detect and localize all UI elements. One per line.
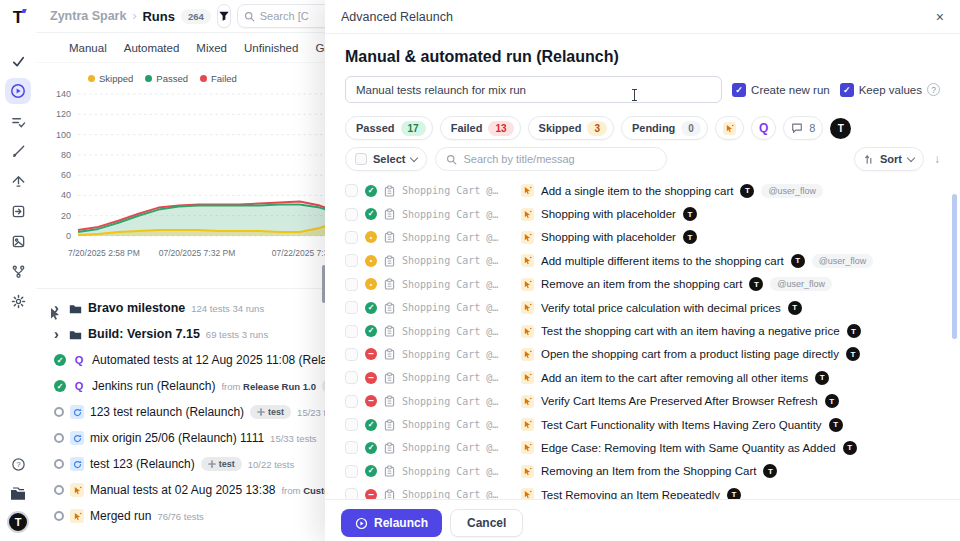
- close-icon[interactable]: ×: [936, 9, 944, 25]
- tree-title[interactable]: Merged run: [90, 509, 151, 523]
- select-checkbox[interactable]: [355, 153, 367, 165]
- keep-values-option[interactable]: ✓ Keep values ?: [840, 83, 940, 97]
- automated-filter-chip[interactable]: Q: [751, 116, 776, 140]
- test-title[interactable]: Shopping with placeholder: [541, 231, 676, 243]
- filter-chip-passed[interactable]: Passed17: [345, 116, 433, 140]
- tab-manual[interactable]: Manual: [69, 42, 107, 54]
- reports-image-icon[interactable]: [5, 228, 31, 254]
- row-checkbox[interactable]: [345, 441, 358, 454]
- tree-title[interactable]: Automated tests at 12 Aug 2025 11:08 (Re…: [92, 353, 357, 367]
- test-title[interactable]: Test Cart Functionality with Items Havin…: [541, 419, 822, 431]
- filter-chip-pending[interactable]: Pending0: [621, 116, 708, 140]
- export-box-icon[interactable]: [5, 198, 31, 224]
- test-row[interactable]: • Shopping Cart @… Add multiple differen…: [345, 249, 940, 272]
- test-row[interactable]: ✓ Shopping Cart @… Test Cart Functionali…: [345, 413, 940, 436]
- expand-chevron-icon[interactable]: ›: [54, 327, 62, 341]
- row-checkbox[interactable]: [345, 325, 358, 338]
- sort-dropdown[interactable]: Sort: [854, 147, 924, 171]
- test-row[interactable]: ✓ Shopping Cart @… Removing an Item from…: [345, 460, 940, 483]
- test-title[interactable]: Verify Cart Items Are Preserved After Br…: [541, 395, 818, 407]
- row-checkbox[interactable]: [345, 254, 358, 267]
- tree-row[interactable]: › Build: Version 7.15 69 tests 3 runs: [36, 321, 336, 347]
- check-icon[interactable]: [5, 48, 31, 74]
- tab-unfinished[interactable]: Unfinished: [244, 42, 298, 54]
- row-checkbox[interactable]: [345, 488, 358, 499]
- tree-row[interactable]: › Bravo milestone 124 tests 34 runs: [36, 295, 336, 321]
- tree-title[interactable]: Jenkins run (Relaunch): [92, 379, 215, 393]
- download-arrow-icon[interactable]: ↓: [934, 152, 940, 166]
- test-title[interactable]: Open the shopping cart from a product li…: [541, 348, 839, 360]
- create-new-run-option[interactable]: ✓ Create new run: [732, 83, 830, 97]
- tree-row[interactable]: ✓ Q Jenkins run (Relaunch) from Release …: [36, 373, 336, 399]
- row-checkbox[interactable]: [345, 301, 358, 314]
- test-title[interactable]: Test the shopping cart with an item havi…: [541, 325, 840, 337]
- defects-list-icon[interactable]: [5, 108, 31, 134]
- runs-play-icon[interactable]: [5, 78, 31, 104]
- tree-title[interactable]: Bravo milestone: [88, 301, 185, 315]
- test-row[interactable]: ✓ Shopping Cart @… Edge Case: Removing I…: [345, 436, 940, 459]
- user-avatar[interactable]: T: [7, 511, 29, 533]
- tree-title[interactable]: test 123 (Relaunch): [90, 457, 195, 471]
- row-checkbox[interactable]: [345, 418, 358, 431]
- tree-row[interactable]: Manual tests at 02 Aug 2025 13:38 from C…: [36, 477, 336, 503]
- cancel-button[interactable]: Cancel: [450, 509, 523, 537]
- test-title[interactable]: Add a single item to the shopping cart: [541, 185, 733, 197]
- keep-values-checkbox[interactable]: ✓: [840, 83, 854, 97]
- test-title[interactable]: Test Removing an Item Repeatedly: [541, 489, 720, 499]
- test-row[interactable]: – Shopping Cart @… Open the shopping car…: [345, 343, 940, 366]
- help-icon[interactable]: ?: [5, 451, 31, 477]
- projects-folder-icon[interactable]: [5, 481, 31, 507]
- tree-title[interactable]: Manual tests at 02 Aug 2025 13:38: [90, 483, 275, 497]
- relaunch-button[interactable]: Relaunch: [341, 509, 442, 537]
- author-avatar[interactable]: T: [830, 118, 851, 139]
- modal-scrollbar[interactable]: [952, 194, 957, 339]
- tree-title[interactable]: 123 test relaunch (Relaunch): [90, 405, 244, 419]
- select-dropdown[interactable]: Select: [345, 147, 427, 171]
- test-title[interactable]: Add an item to the cart after removing a…: [541, 372, 808, 384]
- test-row[interactable]: – Shopping Cart @… Verify Cart Items Are…: [345, 390, 940, 413]
- manual-filter-chip[interactable]: [715, 116, 744, 140]
- tree-row[interactable]: Merged run 76/76 tests: [36, 503, 336, 529]
- app-logo[interactable]: T: [13, 8, 23, 28]
- tree-title[interactable]: Build: Version 7.15: [88, 327, 200, 341]
- pencil-icon[interactable]: [5, 138, 31, 164]
- test-row[interactable]: ✓ Shopping Cart @… Add a single item to …: [345, 179, 940, 202]
- row-checkbox[interactable]: [345, 184, 358, 197]
- row-checkbox[interactable]: [345, 278, 358, 291]
- test-row[interactable]: ✓ Shopping Cart @… Verify total price ca…: [345, 296, 940, 319]
- tree-row[interactable]: ✓ Q Automated tests at 12 Aug 2025 11:08…: [36, 347, 336, 373]
- tree-row[interactable]: 123 test relaunch (Relaunch) test 15/23 …: [36, 399, 336, 425]
- filter-chip-failed[interactable]: Failed13: [440, 116, 521, 140]
- row-checkbox[interactable]: [345, 465, 358, 478]
- gear-icon[interactable]: [5, 288, 31, 314]
- row-checkbox[interactable]: [345, 231, 358, 244]
- breadcrumb-page[interactable]: Runs: [142, 9, 175, 24]
- filter-chip-skipped[interactable]: Skipped3: [528, 116, 614, 140]
- test-title[interactable]: Verify total price calculation with deci…: [541, 302, 781, 314]
- branch-icon[interactable]: [5, 258, 31, 284]
- test-row[interactable]: ✓ Shopping Cart @… Test the shopping car…: [345, 319, 940, 342]
- tab-automated[interactable]: Automated: [124, 42, 180, 54]
- tests-search-input[interactable]: Search by title/messag: [435, 147, 667, 171]
- row-checkbox[interactable]: [345, 395, 358, 408]
- test-row[interactable]: – Shopping Cart @… Test Removing an Item…: [345, 483, 940, 499]
- test-row[interactable]: – Shopping Cart @… Add an item to the ca…: [345, 366, 940, 389]
- filter-button[interactable]: [217, 4, 231, 28]
- test-title[interactable]: Edge Case: Removing Item with Same Quant…: [541, 442, 836, 454]
- tab-mixed[interactable]: Mixed: [196, 42, 227, 54]
- tree-title[interactable]: mix origin 25/06 (Relaunch) 1111: [90, 431, 264, 445]
- row-checkbox[interactable]: [345, 371, 358, 384]
- tree-row[interactable]: mix origin 25/06 (Relaunch) 1111 15/33 t…: [36, 425, 336, 451]
- test-title[interactable]: Shopping with placeholder: [541, 208, 676, 220]
- test-title[interactable]: Removing an Item from the Shopping Cart: [541, 465, 756, 477]
- test-row[interactable]: • Shopping Cart @… Shopping with placeho…: [345, 226, 940, 249]
- test-title[interactable]: Remove an item from the shopping cart: [541, 278, 742, 290]
- test-plane-icon[interactable]: [5, 168, 31, 194]
- create-new-run-checkbox[interactable]: ✓: [732, 83, 746, 97]
- test-title[interactable]: Add multiple different items to the shop…: [541, 255, 784, 267]
- breadcrumb-project[interactable]: Zyntra Spark: [50, 9, 126, 23]
- test-row[interactable]: • Shopping Cart @… Remove an item from t…: [345, 273, 940, 296]
- row-checkbox[interactable]: [345, 348, 358, 361]
- run-title-input[interactable]: [345, 76, 722, 103]
- comments-chip[interactable]: 8: [783, 116, 823, 140]
